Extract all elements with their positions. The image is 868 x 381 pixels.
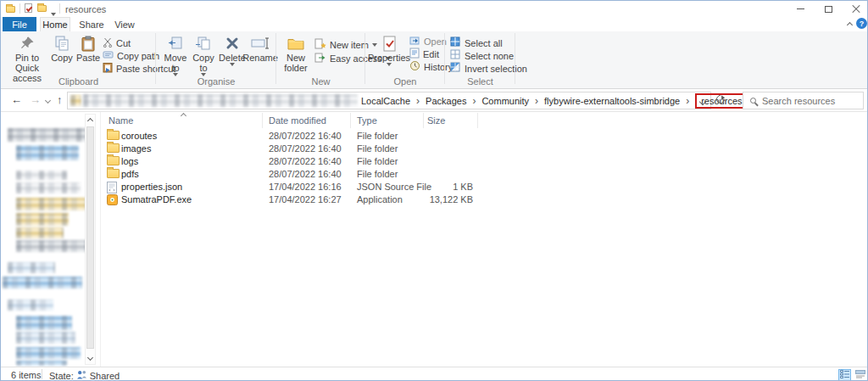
- table-row[interactable]: pdfs 28/07/2022 16:40 File folder: [103, 168, 501, 181]
- maximize-button[interactable]: [815, 1, 841, 17]
- search-input[interactable]: [762, 96, 847, 106]
- tab-view[interactable]: View: [109, 17, 140, 31]
- ribbon: Pin to Quick access Copy Paste Cut Copy …: [1, 31, 868, 89]
- back-button[interactable]: ←: [11, 93, 22, 106]
- redacted-tree-item[interactable]: [16, 332, 75, 344]
- copy-path-icon: [103, 50, 114, 61]
- move-to-button[interactable]: Move to: [162, 35, 189, 76]
- cut-button[interactable]: Cut: [103, 36, 131, 49]
- breadcrumb-item[interactable]: Community: [481, 95, 544, 107]
- rename-icon: [251, 35, 270, 52]
- redacted-tree-item[interactable]: [8, 300, 53, 311]
- qat-properties-button[interactable]: [25, 3, 32, 14]
- table-row[interactable]: logs 28/07/2022 16:40 File folder: [103, 155, 501, 168]
- redacted-tree-item[interactable]: [16, 213, 69, 226]
- table-row[interactable]: SumatraPDF.exe 17/04/2022 16:27 Applicat…: [103, 193, 501, 206]
- help-button[interactable]: ?: [856, 18, 867, 29]
- chevron-up-icon: [846, 21, 852, 27]
- file-date-modified: 28/07/2022 16:40: [269, 168, 342, 181]
- properties-label: Properties: [368, 53, 410, 63]
- select-none-button[interactable]: Select none: [450, 49, 514, 62]
- redacted-tree-item[interactable]: [16, 240, 89, 252]
- divider: [42, 369, 42, 379]
- chevron-down-icon: [230, 63, 235, 66]
- rename-button[interactable]: Rename: [246, 35, 275, 63]
- copy-icon: [53, 35, 70, 52]
- ribbon-tab-bar: File Home Share View: [1, 17, 868, 31]
- maximize-icon: [825, 6, 832, 13]
- large-icons-view-button[interactable]: [854, 369, 866, 381]
- tab-home[interactable]: Home: [40, 17, 70, 31]
- column-divider[interactable]: [423, 113, 424, 128]
- file-rows: coroutes 28/07/2022 16:40 File folder im…: [103, 130, 501, 206]
- ribbon-group-select: Select all Select none Invert selection …: [445, 31, 515, 88]
- table-row[interactable]: images 28/07/2022 16:40 File folder: [103, 143, 501, 155]
- file-date-modified: 28/07/2022 16:40: [269, 155, 342, 168]
- address-bar[interactable]: LocalCachePackagesCommunityflybywire-ext…: [67, 92, 711, 109]
- group-label-clipboard: Clipboard: [1, 76, 156, 87]
- group-divider: [515, 33, 515, 84]
- redacted-tree-item[interactable]: [3, 277, 82, 289]
- up-button[interactable]: ↑: [57, 93, 63, 106]
- paste-button[interactable]: Paste: [75, 35, 101, 63]
- app-folder-icon: [6, 6, 15, 13]
- group-label-open: Open: [365, 76, 445, 87]
- breadcrumb-item[interactable]: LocalCache: [361, 95, 426, 107]
- close-button[interactable]: [843, 1, 868, 17]
- breadcrumb-item[interactable]: flybywire-externaltools-simbridge: [544, 95, 695, 107]
- large-icons-view-icon: [855, 370, 865, 380]
- properties-button[interactable]: Properties: [370, 35, 408, 66]
- redacted-tree-item[interactable]: [8, 262, 55, 273]
- delete-button[interactable]: Delete: [220, 35, 245, 66]
- refresh-button[interactable]: [716, 95, 725, 104]
- qat-new-folder-button[interactable]: [37, 3, 47, 14]
- copy-to-button[interactable]: Copy to: [190, 35, 217, 76]
- edit-label: Edit: [423, 49, 439, 59]
- redacted-tree-item[interactable]: [8, 128, 89, 142]
- open-icon: [409, 36, 420, 47]
- column-divider[interactable]: [477, 113, 478, 128]
- breadcrumb-item[interactable]: Packages: [426, 95, 481, 107]
- ribbon-collapse-button[interactable]: [843, 19, 855, 29]
- easy-access-icon: [314, 53, 326, 64]
- table-row[interactable]: properties.json 17/04/2022 16:16 JSON So…: [103, 181, 501, 193]
- redacted-tree-item[interactable]: [16, 227, 64, 238]
- file-name: pdfs: [121, 168, 139, 181]
- edit-icon: [409, 48, 420, 60]
- invert-selection-button[interactable]: Invert selection: [450, 62, 527, 75]
- recent-locations-button[interactable]: [45, 98, 51, 104]
- forward-button[interactable]: →: [30, 93, 41, 106]
- column-header-type[interactable]: Type: [357, 115, 377, 126]
- copy-to-icon: [195, 35, 212, 52]
- table-row[interactable]: coroutes 28/07/2022 16:40 File folder: [103, 130, 501, 143]
- redacted-tree-item[interactable]: [16, 361, 67, 366]
- select-all-button[interactable]: Select all: [450, 36, 503, 49]
- scrollbar-thumb[interactable]: [86, 126, 94, 349]
- edit-button[interactable]: Edit: [409, 48, 439, 60]
- minimize-button[interactable]: [787, 1, 813, 17]
- redacted-tree-item[interactable]: [16, 182, 81, 193]
- tab-file[interactable]: File: [3, 17, 36, 31]
- status-bar: 6 items State: Shared: [1, 367, 868, 381]
- column-divider[interactable]: [350, 113, 351, 128]
- new-item-label: New item: [330, 40, 369, 50]
- column-header-name[interactable]: Name: [108, 115, 133, 126]
- file-date-modified: 28/07/2022 16:40: [269, 130, 342, 143]
- redacted-tree-item[interactable]: [16, 171, 67, 180]
- redacted-tree-item[interactable]: [16, 145, 79, 160]
- redacted-tree-item[interactable]: [16, 347, 81, 359]
- copy-path-button[interactable]: Copy path: [103, 49, 159, 62]
- file-type-icon: [107, 194, 118, 209]
- sidebar-scrollbar[interactable]: [85, 114, 96, 365]
- copy-button[interactable]: Copy: [50, 35, 74, 63]
- tab-share[interactable]: Share: [75, 17, 108, 31]
- file-size: 13,122 KB: [414, 193, 473, 206]
- redacted-tree-item[interactable]: [16, 198, 86, 210]
- redacted-tree-item[interactable]: [16, 316, 72, 330]
- column-header-size[interactable]: Size: [427, 115, 445, 126]
- column-divider[interactable]: [262, 113, 263, 128]
- new-folder-button[interactable]: New folder: [281, 35, 311, 73]
- column-header-date-modified[interactable]: Date modified: [269, 115, 326, 126]
- move-to-label: Move to: [162, 53, 189, 73]
- details-view-button[interactable]: [838, 369, 851, 381]
